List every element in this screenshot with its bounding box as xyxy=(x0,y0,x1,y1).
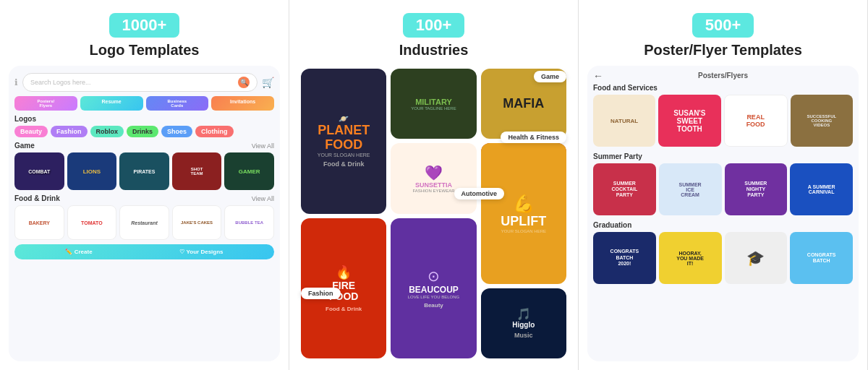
create-button[interactable]: ✏️ Create xyxy=(65,249,92,255)
tag-beauty[interactable]: Beauty xyxy=(14,126,48,137)
nav-posters[interactable]: Posters/Flyers xyxy=(14,96,77,111)
tag-row: Beauty Fashion Roblox Drinks Shoes Cloth… xyxy=(14,126,274,137)
logo-jakes-cakes[interactable]: JAKE'S CAKES xyxy=(172,205,222,240)
ind-uplift[interactable]: 💪 UPLIFT YOUR SLOGAN HERE xyxy=(481,143,566,284)
poster-title: Poster/Flyer Templates xyxy=(644,42,802,59)
your-designs-button[interactable]: ♡ Your Designs xyxy=(179,249,223,255)
game-view-all[interactable]: View All xyxy=(252,142,274,150)
section-graduation: Graduation xyxy=(593,221,853,229)
poster-badge: 500+ xyxy=(692,13,754,38)
food-section-header: Food & Drink View All xyxy=(14,194,274,202)
nav-resume[interactable]: Resume xyxy=(80,96,143,111)
poster-nighty[interactable]: SummerNightyParty xyxy=(725,163,788,215)
logo-title: Logo Templates xyxy=(90,42,200,59)
nav-buttons: Posters/Flyers Resume BusinessCards Invi… xyxy=(14,96,274,111)
ind-higglo[interactable]: 🎵 Higglo Music xyxy=(481,288,566,358)
summer-posters-row: SUMMERCOCKTAILPARTY SUMMERICECREAM Summe… xyxy=(593,163,853,215)
section-food-services: Food and Services xyxy=(593,84,853,92)
poster-natural[interactable]: NATURAL xyxy=(593,95,655,147)
game-section-header: Game View All xyxy=(14,142,274,150)
logo-tomato[interactable]: TOMATO xyxy=(67,205,117,240)
industries-badge: 100+ xyxy=(403,13,465,38)
panel-logo-templates: 1000+ Logo Templates ℹ Search Logos here… xyxy=(0,0,289,370)
poster-graduation[interactable]: 🎓 xyxy=(725,232,788,284)
info-icon: ℹ xyxy=(14,77,18,87)
ind-planet-food[interactable]: 🪐 PlaNETFOOD YOUR SLOGAN HERE Food & Dri… xyxy=(301,69,386,214)
logo-app-mockup: ℹ Search Logos here... 🔍 🛒 Posters/Flyer… xyxy=(9,66,280,361)
ind-sunsettia[interactable]: 💜 SUNSETTIA FASHION EYEWEAR xyxy=(391,143,476,213)
ind-beaucoup[interactable]: ⊙ BEAUCOUP LOVE LIFE YOU BELONG Beauty xyxy=(391,218,476,359)
poster-hooray[interactable]: HOORAY,YOU MADEIT! xyxy=(659,232,722,284)
poster-carnival[interactable]: A SUMMERCARNIVAL xyxy=(790,163,853,215)
search-placeholder: Search Logos here... xyxy=(30,79,91,86)
poster-congrats-batch[interactable]: CONGRATSBATCH2020! xyxy=(593,232,656,284)
industries-grid: 🪐 PlaNETFOOD YOUR SLOGAN HERE Food & Dri… xyxy=(298,66,569,361)
tag-fashion[interactable]: Fashion xyxy=(51,126,88,137)
poster-ice-cream[interactable]: SUMMERICECREAM xyxy=(659,163,722,215)
logos-section-header: Logos xyxy=(14,115,274,123)
game-floating-label: Game xyxy=(534,69,566,82)
nav-business[interactable]: BusinessCards xyxy=(146,96,209,111)
tag-drinks[interactable]: Drinks xyxy=(127,126,158,137)
logo-badge: 1000+ xyxy=(109,13,180,38)
tag-shoes[interactable]: Shoes xyxy=(161,126,192,137)
game-label: Game xyxy=(14,142,35,150)
app-top-bar: ℹ Search Logos here... 🔍 🛒 xyxy=(14,73,274,92)
grad-posters-row: CONGRATSBATCH2020! HOORAY,YOU MADEIT! 🎓 … xyxy=(593,232,853,284)
logo-restaurant[interactable]: Restaurant xyxy=(119,205,169,240)
cart-icon[interactable]: 🛒 xyxy=(262,77,274,88)
food-posters-row: NATURAL SUSAN'SSWEETTOOTH RealFood SUCCE… xyxy=(593,95,853,147)
tag-roblox[interactable]: Roblox xyxy=(90,126,124,137)
tag-clothing[interactable]: Clothing xyxy=(195,126,234,137)
industries-title: Industries xyxy=(399,42,469,59)
back-button[interactable]: ← xyxy=(593,70,603,82)
logo-bubble-tea[interactable]: BUBBLE TEA xyxy=(224,205,274,240)
food-label: Food & Drink xyxy=(14,194,60,202)
poster-app-mockup: ← Posters/Flyers Food and Services NATUR… xyxy=(587,66,859,361)
panel-poster-templates: 500+ Poster/Flyer Templates ← Posters/Fl… xyxy=(579,0,868,370)
logos-label: Logos xyxy=(14,115,36,123)
logo-pirates[interactable]: PIRATES xyxy=(119,152,169,190)
poster-nav: ← Posters/Flyers xyxy=(593,72,853,79)
app-bottom-bar: ✏️ Create ♡ Your Designs xyxy=(14,244,274,259)
poster-real-food[interactable]: RealFood xyxy=(724,95,788,147)
nav-invitations[interactable]: Invitations xyxy=(211,96,274,111)
poster-congrats2[interactable]: CONGRATSBATCH xyxy=(790,232,853,284)
logo-bakery[interactable]: BAKERY xyxy=(14,205,64,240)
search-icon[interactable]: 🔍 xyxy=(238,77,250,88)
automotive-label: Automotive xyxy=(454,186,505,199)
food-logo-grid: BAKERY TOMATO Restaurant JAKE'S CAKES BU… xyxy=(14,205,274,240)
fashion-label: Fashion xyxy=(301,285,341,299)
poster-sweet-tooth[interactable]: SUSAN'SSWEETTOOTH xyxy=(658,95,720,147)
health-fitness-label: Health & Fitness xyxy=(501,129,566,143)
poster-nav-title: Posters/Flyers xyxy=(698,72,748,79)
poster-cooking[interactable]: SUCCESSFULCOOKINGVIDEOS xyxy=(791,95,853,147)
search-bar[interactable]: Search Logos here... 🔍 xyxy=(22,73,258,92)
logo-shot-team[interactable]: SHOTTEAM xyxy=(172,152,222,190)
logo-lions[interactable]: LIONS xyxy=(67,152,117,190)
panel-industries: 100+ Industries 🪐 PlaNETFOOD YOUR SLOGAN… xyxy=(289,0,579,370)
logo-gamer[interactable]: GAMER xyxy=(224,152,274,190)
game-logo-grid: COMBAT LIONS PIRATES SHOTTEAM GAMER xyxy=(14,152,274,190)
section-summer-party: Summer Party xyxy=(593,152,853,160)
poster-cocktail[interactable]: SUMMERCOCKTAILPARTY xyxy=(593,163,656,215)
food-view-all[interactable]: View All xyxy=(252,195,274,202)
logo-combat[interactable]: COMBAT xyxy=(14,152,64,190)
ind-military[interactable]: MILITARY YOUR TAGLINE HERE xyxy=(391,69,476,139)
